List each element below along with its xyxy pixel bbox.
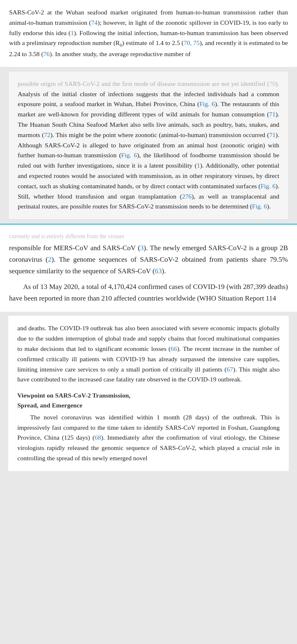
card-1: SARS-CoV-2 at the Wuhan seafood market o… — [0, 0, 297, 67]
fig6-link-4[interactable]: Fig. 6 — [252, 203, 267, 210]
card-2: possible origin of SARS-CoV-2 and the fi… — [8, 71, 289, 220]
fig6-link-3[interactable]: Fig. 6 — [261, 182, 276, 189]
fig6-link-2[interactable]: Fig. 6 — [121, 152, 137, 159]
card-4: and deaths. The COVID-19 outbreak has al… — [8, 316, 289, 471]
card-3: currently and is entirely different from… — [0, 224, 297, 312]
ref-71-a[interactable]: 71 — [269, 111, 276, 118]
ref-66[interactable]: 66 — [171, 345, 177, 352]
ref-3[interactable]: 3 — [140, 244, 144, 252]
card4-intro: and deaths. The COVID-19 outbreak has al… — [17, 323, 280, 385]
card1-text: SARS-CoV-2 at the Wuhan seafood market o… — [9, 7, 288, 59]
ref-276[interactable]: 276 — [182, 193, 191, 200]
ref-76[interactable]: 76 — [43, 50, 50, 57]
card2-faded: possible origin of SARS-CoV-2 and the fi… — [18, 79, 279, 212]
fig6-link-1[interactable]: Fig. 6 — [199, 100, 214, 107]
card3-stats: As of 13 May 2020, a total of 4,170,424 … — [9, 281, 288, 304]
ref-74[interactable]: 74 — [91, 19, 98, 26]
ref-1[interactable]: 1 — [71, 29, 74, 36]
section-heading: Viewpoint on SARS-CoV-2 Transmission,Spr… — [17, 391, 280, 410]
card3-faded-top: currently and is entirely different from… — [9, 232, 288, 241]
ref-72[interactable]: 72 — [44, 131, 51, 138]
ref-67[interactable]: 67 — [226, 366, 233, 373]
ref-70-c2[interactable]: 70 — [269, 80, 276, 87]
ref-1-b[interactable]: 1 — [197, 162, 200, 169]
ref-63[interactable]: 63 — [155, 267, 162, 275]
page-wrapper: SARS-CoV-2 at the Wuhan seafood market o… — [0, 0, 297, 471]
card3-main: responsible for MERS-CoV and SARS-CoV (3… — [9, 242, 288, 277]
ref-70-75[interactable]: 70, 75 — [184, 39, 200, 46]
card4-section-body: The novel coronavirus was identified wit… — [17, 412, 280, 464]
ref-68[interactable]: 68 — [94, 434, 101, 441]
ref-71-b[interactable]: 71 — [269, 131, 276, 138]
ref-2[interactable]: 2 — [48, 256, 52, 263]
